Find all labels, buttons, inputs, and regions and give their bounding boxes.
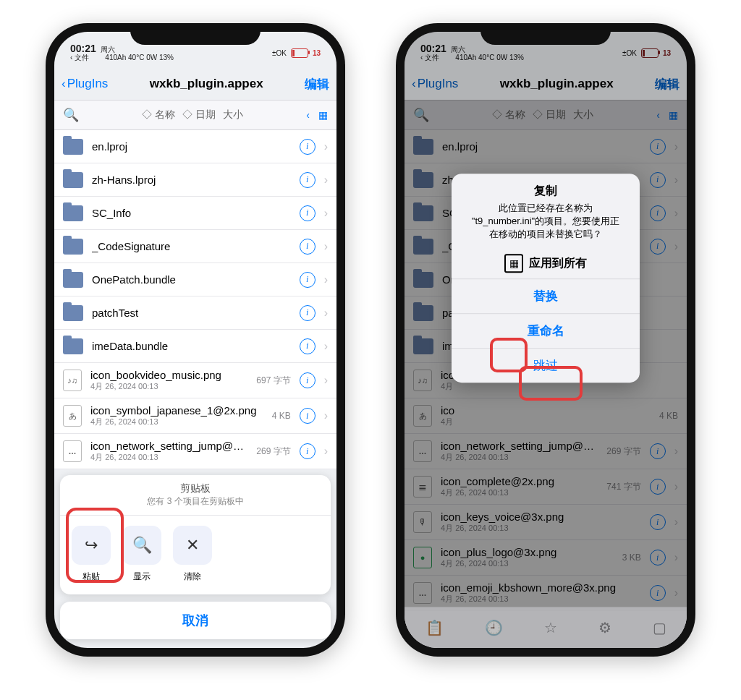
rename-button[interactable]: 重命名	[452, 314, 640, 349]
chevron-right-icon: ›	[324, 140, 328, 153]
info-icon[interactable]: i	[300, 372, 316, 388]
nav-back-button[interactable]: ‹ PlugIns	[62, 77, 108, 91]
file-size: 4 KB	[272, 411, 291, 421]
folder-row[interactable]: OnePatch.bundlei›	[54, 263, 336, 296]
battery-pct: 13	[313, 49, 321, 57]
status-back: 文件	[75, 54, 89, 61]
info-icon[interactable]: i	[300, 239, 316, 255]
file-icon	[63, 370, 82, 391]
apply-all-label: 应用到所有	[529, 256, 587, 271]
notch	[480, 23, 611, 45]
folder-row[interactable]: en.lproji›	[54, 130, 336, 163]
folder-icon	[63, 205, 83, 221]
folder-row[interactable]: SC_Infoi›	[54, 197, 336, 230]
chevron-right-icon: ›	[324, 174, 328, 187]
info-icon[interactable]: i	[300, 338, 316, 354]
file-row[interactable]: icon_bookvideo_music.png4月 26, 2024 00:1…	[54, 363, 336, 398]
file-size: 697 字节	[256, 375, 290, 387]
info-icon[interactable]: i	[300, 205, 316, 221]
status-time: 00:21	[70, 43, 96, 54]
info-icon[interactable]: i	[300, 272, 316, 288]
chevron-right-icon: ›	[324, 207, 328, 220]
info-icon[interactable]: i	[300, 443, 316, 459]
apply-to-all-row[interactable]: ▦ 应用到所有	[452, 249, 640, 279]
grid-view-icon[interactable]: ▦	[318, 109, 328, 121]
copy-alert: 复制 此位置已经存在名称为 "t9_number.ini"的项目。您要使用正 在…	[452, 174, 640, 383]
checkbox-icon[interactable]: ▦	[504, 255, 523, 273]
status-readings: 410Ah 40°C 0W 13%	[105, 54, 174, 61]
status-ok: ±OK	[272, 49, 287, 57]
folder-icon	[63, 305, 83, 321]
file-row[interactable]: icon_network_setting_jump@3x.png4月 26, 2…	[54, 434, 336, 469]
close-icon: ✕	[173, 526, 212, 565]
chevron-right-icon: ›	[324, 240, 328, 253]
file-row[interactable]: icon_symbol_japanese_1@2x.png4月 26, 2024…	[54, 398, 336, 434]
file-icon	[63, 440, 82, 462]
search-icon: 🔍	[122, 526, 161, 565]
folder-icon	[63, 239, 83, 255]
folder-row[interactable]: imeData.bundlei›	[54, 330, 336, 363]
sheet-title: 剪贴板	[69, 482, 322, 495]
file-icon	[63, 405, 82, 427]
sort-name[interactable]: ◇ 名称	[142, 108, 175, 121]
folder-icon	[63, 172, 83, 188]
chevron-left-icon[interactable]: ‹	[306, 109, 310, 121]
battery-icon	[291, 48, 308, 58]
notch	[130, 23, 261, 45]
chevron-right-icon: ›	[324, 307, 328, 320]
folder-icon	[63, 139, 83, 155]
nav-title: wxkb_plugin.appex	[150, 77, 263, 91]
file-size: 269 字节	[256, 445, 290, 458]
chevron-right-icon: ›	[324, 340, 328, 353]
info-icon[interactable]: i	[300, 305, 316, 321]
nav-back-label: PlugIns	[67, 77, 109, 91]
sort-size[interactable]: 大小	[223, 108, 243, 121]
status-day: 周六	[101, 46, 115, 54]
info-icon[interactable]: i	[300, 172, 316, 188]
info-icon[interactable]: i	[300, 139, 316, 155]
info-icon[interactable]: i	[300, 408, 316, 424]
folder-row[interactable]: patchTesti›	[54, 296, 336, 330]
chevron-right-icon: ›	[324, 409, 328, 422]
alert-message: 此位置已经存在名称为 "t9_number.ini"的项目。您要使用正 在移动的…	[463, 202, 628, 242]
sheet-subtitle: 您有 3 个项目在剪贴板中	[69, 495, 322, 508]
highlight-annotation	[519, 366, 583, 401]
folder-icon	[63, 338, 83, 354]
sort-date[interactable]: ◇ 日期	[182, 108, 216, 121]
show-button[interactable]: 🔍显示	[122, 526, 161, 583]
chevron-right-icon: ›	[324, 273, 328, 286]
search-icon[interactable]: 🔍	[63, 107, 79, 123]
cancel-button[interactable]: 取消	[60, 602, 331, 639]
folder-icon	[63, 272, 83, 288]
chevron-right-icon: ›	[324, 445, 328, 458]
phone-right: 00:21 周六 ‹ 文件 410Ah 40°C 0W 13% ±OK 13 ‹…	[396, 23, 695, 657]
nav-edit-button[interactable]: 编辑	[305, 76, 329, 93]
clear-button[interactable]: ✕清除	[173, 526, 212, 583]
chevron-right-icon: ›	[324, 374, 328, 387]
nav-bar: ‹ PlugIns wxkb_plugin.appex 编辑	[54, 68, 336, 100]
file-list: en.lproji› zh-Hans.lproji› SC_Infoi› _Co…	[54, 130, 336, 469]
phone-left: 00:21 周六 ‹ 文件 410Ah 40°C 0W 13% ±OK 13 ‹…	[46, 23, 345, 657]
folder-row[interactable]: _CodeSignaturei›	[54, 230, 336, 263]
alert-title: 复制	[463, 184, 628, 199]
highlight-annotation	[66, 508, 124, 583]
sort-bar: 🔍 ◇ 名称 ◇ 日期 大小 ‹ ▦	[54, 100, 336, 130]
folder-row[interactable]: zh-Hans.lproji›	[54, 163, 336, 197]
replace-button[interactable]: 替换	[452, 279, 640, 314]
